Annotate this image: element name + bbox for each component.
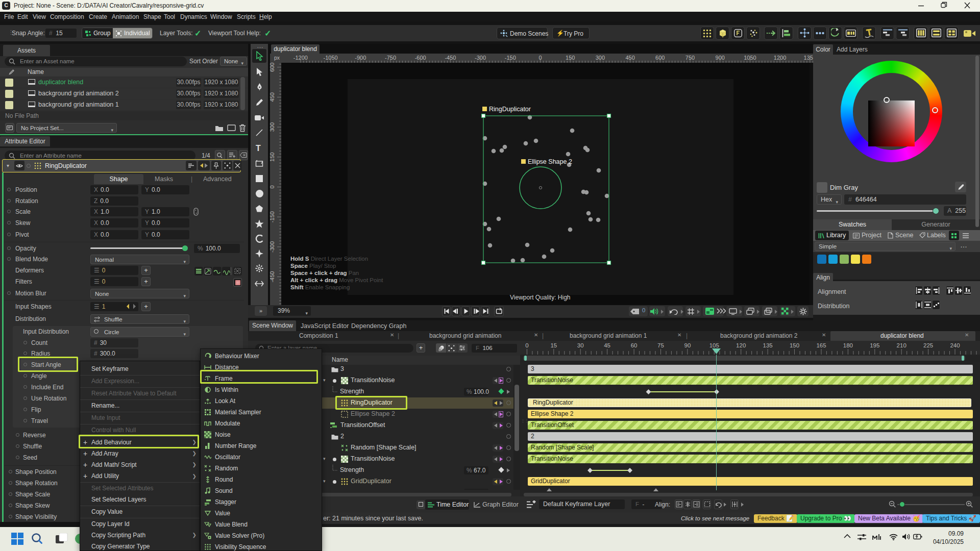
- svg-text:300: 300: [270, 122, 275, 132]
- svg-text:150: 150: [790, 342, 799, 348]
- svg-text:240: 240: [950, 342, 960, 348]
- svg-text:-300: -300: [270, 241, 275, 253]
- svg-text:-450: -450: [270, 271, 275, 283]
- svg-text:15: 15: [550, 342, 557, 348]
- svg-text:90: 90: [684, 342, 691, 348]
- svg-text:45: 45: [604, 342, 610, 348]
- svg-text:px: px: [274, 55, 280, 61]
- svg-text:-150: -150: [270, 211, 275, 222]
- svg-text:1350: 1350: [804, 55, 813, 61]
- svg-text:75: 75: [657, 342, 664, 348]
- svg-text:225: 225: [923, 342, 933, 348]
- svg-text:150: 150: [270, 153, 275, 162]
- svg-text:135: 135: [763, 342, 773, 348]
- svg-text:165: 165: [816, 342, 826, 348]
- svg-text:210: 210: [897, 342, 906, 348]
- svg-text:105: 105: [709, 342, 719, 348]
- svg-text:0: 0: [270, 185, 275, 188]
- svg-text:195: 195: [870, 342, 879, 348]
- svg-text:RingDuplicator: RingDuplicator: [489, 106, 531, 113]
- svg-text:60: 60: [631, 342, 638, 348]
- svg-text:120: 120: [736, 342, 746, 348]
- svg-text:0: 0: [525, 342, 528, 348]
- svg-text:30: 30: [577, 342, 584, 348]
- svg-text:450: 450: [270, 92, 275, 102]
- svg-text:180: 180: [843, 342, 853, 348]
- svg-text:600: 600: [270, 63, 275, 72]
- svg-text:Ellipse Shape 2: Ellipse Shape 2: [528, 158, 572, 165]
